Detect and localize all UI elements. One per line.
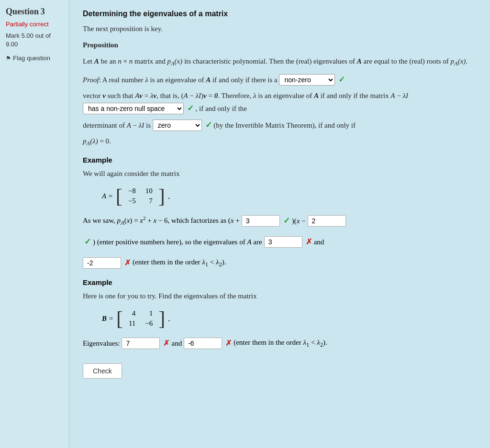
matrix-b-left-bracket: [: [116, 308, 123, 328]
dropdown3-select[interactable]: zero one negative positive: [153, 120, 202, 131]
factorization-text2: )(x −: [292, 214, 306, 228]
eigenvalues-and-text: and: [314, 235, 324, 249]
factorization-text1: As we saw, pA(x) = x2 + x − 6, which fac…: [83, 213, 240, 229]
eigenvalue2-cross: ✗: [124, 255, 131, 271]
matrix-b-r1c2: 1: [145, 309, 153, 317]
dropdown1-select[interactable]: non-zero zero orthogonal symmetric: [279, 74, 335, 86]
matrix-b-r2c1: 11: [129, 319, 135, 328]
matrix-a-r1c1: −8: [128, 187, 136, 195]
sidebar: Question 3 Partially correct Mark 5.00 o…: [0, 0, 69, 448]
factorization-check1: ✓: [283, 213, 290, 229]
eigenvalues-row1: ✓ ) (enter positive numbers here), so th…: [83, 234, 477, 250]
matrix-b-container: B = [ 4 1 11 −6 ] .: [102, 307, 477, 329]
example1-header: Example: [83, 156, 477, 164]
matrix-b-r2c2: −6: [145, 319, 153, 328]
question-status: Partially correct: [6, 21, 63, 28]
eigenvalues-b-label: Eigenvalues:: [83, 336, 120, 350]
flag-icon: ⚑: [6, 55, 11, 62]
matrix-a-period: .: [168, 191, 170, 201]
proposition-label: Proposition: [83, 39, 477, 51]
example1-intro: We will again consider the matrix: [83, 168, 477, 179]
matrix-a-r2c1: −5: [128, 197, 136, 205]
matrix-a-right-bracket: ]: [158, 186, 165, 206]
eigenvalue2-input[interactable]: [83, 257, 121, 269]
matrix-a-label: A =: [102, 192, 113, 200]
main-content: Determining the eigenvalues of a matrix …: [69, 0, 490, 448]
eigenvalue-b2-cross: ✗: [225, 336, 232, 351]
question-label: Question: [6, 7, 39, 16]
question-number: 3: [41, 7, 45, 16]
flag-label: Flag question: [13, 55, 50, 62]
proof-line4: pA(λ) = 0.: [83, 135, 477, 148]
dropdown2-check: ✓: [187, 104, 194, 113]
main-heading: Determining the eigenvalues of a matrix: [83, 10, 477, 18]
matrix-b-label: B =: [102, 315, 113, 323]
eigenvalue-b1-cross: ✗: [163, 336, 169, 351]
eigenvalues-text1: ) (enter positive numbers here), so the …: [93, 235, 262, 249]
check-button[interactable]: Check: [83, 363, 122, 379]
example2-intro: Here is one for you to try. Find the eig…: [83, 290, 477, 302]
matrix-b-period: .: [168, 314, 170, 324]
example2-header: Example: [83, 278, 477, 286]
eigenvalue1-cross: ✗: [306, 234, 312, 250]
matrix-a-r1c2: 10: [145, 187, 153, 195]
eigenvalues-b-note: (enter them in the order λ1 < λ2).: [234, 335, 327, 351]
proof-line3: determinant of A − λI is zero one negati…: [83, 119, 477, 132]
eigenvalues-order-note: (enter them in the order λ1 < λ2).: [133, 255, 226, 271]
matrix-b-right-bracket: ]: [158, 308, 165, 328]
matrix-b-r1c1: 4: [129, 309, 135, 317]
eigenvalues-b-and: and: [171, 336, 182, 350]
question-mark: Mark 5.00 out of 9.00: [6, 32, 63, 49]
dropdown3-check: ✓: [205, 120, 212, 130]
dropdown2-select[interactable]: has a non-zero null space is invertible …: [83, 103, 184, 114]
matrix-a-left-bracket: [: [116, 186, 122, 206]
factorization-input1[interactable]: [242, 215, 280, 227]
dropdown1-check: ✓: [338, 75, 345, 84]
eigenvalue-b2-input[interactable]: [184, 338, 222, 349]
proof-line2: vector v such that Av = λv, that is, (A …: [83, 90, 477, 116]
matrix-a-r2c2: 7: [145, 197, 153, 205]
dropdown1-container[interactable]: non-zero zero orthogonal symmetric: [279, 74, 335, 87]
dropdown2-container[interactable]: has a non-zero null space is invertible …: [83, 103, 184, 115]
intro-text: The next proposition is key.: [83, 23, 477, 34]
eigenvalues-check1: ✓: [84, 234, 91, 250]
proof-italic-label: Proof: [83, 76, 99, 84]
proposition-bold-label: Proposition: [83, 41, 118, 49]
factorization-input2[interactable]: [308, 215, 346, 227]
factorization-row: As we saw, pA(x) = x2 + x − 6, which fac…: [83, 213, 477, 229]
proof-line1: Proof: A real number λ is an eigenvalue …: [83, 73, 477, 87]
dropdown3-container[interactable]: zero one negative positive: [153, 120, 202, 132]
matrix-a-container: A = [ −8 10 −5 7 ] .: [102, 185, 477, 207]
eigenvalues-b-row: Eigenvalues: ✗ and ✗ (enter them in the …: [83, 335, 477, 351]
question-title: Question 3: [6, 7, 63, 17]
matrix-a-values: −8 10 −5 7: [125, 185, 156, 207]
flag-question-button[interactable]: ⚑ Flag question: [6, 55, 63, 62]
matrix-b-values: 4 1 11 −6: [126, 307, 156, 329]
proposition-text: Let A be an n × n matrix and pA(x) its c…: [83, 55, 477, 68]
eigenvalue-b1-input[interactable]: [122, 338, 160, 349]
eigenvalue1-input[interactable]: [264, 236, 302, 248]
eigenvalues-row2: ✗ (enter them in the order λ1 < λ2).: [83, 255, 477, 271]
